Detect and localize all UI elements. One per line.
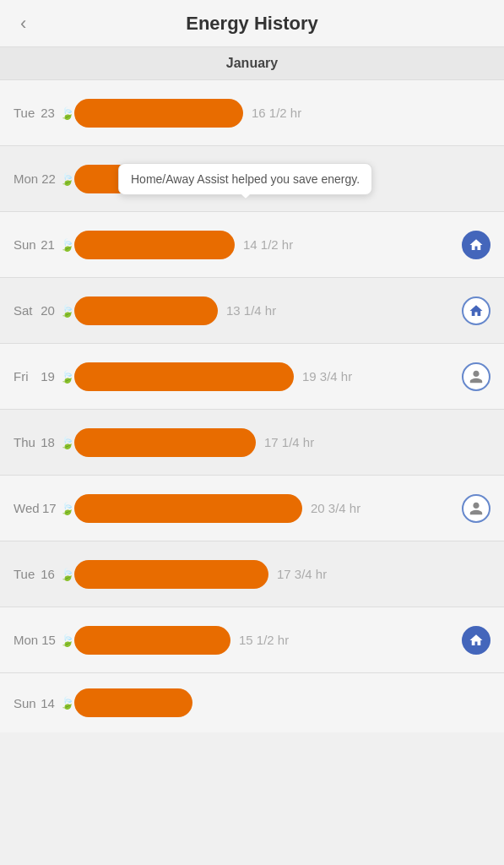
bar-area: 17 3/4 hr — [74, 560, 490, 589]
day-number: 19 — [41, 369, 57, 384]
partial-row: Sun 14 🍃 — [0, 673, 504, 732]
home-icon-badge[interactable] — [462, 626, 490, 655]
day-label: Thu18🍃 — [14, 435, 74, 449]
day-number: 16 — [41, 567, 57, 581]
day-label: Tue23🍃 — [14, 106, 74, 120]
day-label: Wed17🍃 — [14, 501, 74, 515]
energy-bar — [74, 296, 218, 325]
energy-bar — [74, 231, 235, 259]
partial-day-num: 14 — [41, 696, 57, 710]
partial-leaf-icon: 🍃 — [60, 696, 74, 710]
leaf-icon: 🍃 — [60, 568, 74, 581]
energy-bar — [74, 560, 268, 589]
day-label: Fri19🍃 — [14, 369, 74, 384]
day-number: 23 — [41, 106, 57, 120]
home-icon-badge[interactable] — [462, 231, 490, 259]
day-name: Wed — [14, 501, 39, 515]
day-label: Tue16🍃 — [14, 567, 74, 581]
day-number: 15 — [41, 633, 57, 647]
day-row[interactable]: Tue16🍃17 3/4 hr — [0, 541, 504, 607]
partial-day-name: Sun — [14, 696, 37, 710]
duration-label: 19 3/4 hr — [302, 369, 352, 384]
duration-label: 20 3/4 hr — [311, 501, 360, 515]
day-number: 20 — [41, 303, 57, 318]
day-name: Sun — [14, 237, 37, 252]
leaf-icon: 🍃 — [60, 436, 74, 449]
day-name: Tue — [14, 106, 37, 120]
leaf-icon: 🍃 — [60, 106, 74, 120]
energy-rows: Tue23🍃16 1/2 hrMon22🍃18 1/2 hrHome/Away … — [0, 80, 504, 673]
day-number: 17 — [42, 501, 57, 515]
energy-bar — [74, 428, 256, 457]
bar-area: 13 1/4 hr — [74, 296, 490, 325]
bar-area: 19 3/4 hr — [74, 362, 490, 391]
day-label: Sat20🍃 — [14, 303, 74, 318]
month-label: January — [226, 56, 278, 70]
leaf-icon: 🍃 — [60, 502, 74, 515]
duration-label: 17 3/4 hr — [277, 567, 327, 581]
month-header: January — [0, 47, 504, 80]
day-row[interactable]: Thu18🍃17 1/4 hr — [0, 410, 504, 476]
day-row[interactable]: Sat20🍃13 1/4 hr — [0, 278, 504, 344]
leaf-icon: 🍃 — [60, 172, 74, 186]
day-label: Sun21🍃 — [14, 237, 74, 252]
bar-area: 20 3/4 hr — [74, 494, 490, 523]
home-icon-badge[interactable] — [462, 296, 490, 325]
day-row[interactable]: Mon22🍃18 1/2 hrHome/Away Assist helped y… — [0, 146, 504, 212]
day-label: Mon22🍃 — [14, 171, 74, 186]
day-row[interactable]: Tue23🍃16 1/2 hr — [0, 80, 504, 146]
day-row[interactable]: Wed17🍃20 3/4 hr — [0, 476, 504, 541]
energy-bar — [74, 362, 294, 391]
bar-area: 15 1/2 hr — [74, 626, 490, 655]
day-name: Mon — [14, 171, 38, 186]
duration-label: 15 1/2 hr — [239, 633, 289, 647]
duration-label: 14 1/2 hr — [243, 237, 293, 252]
duration-label: 13 1/4 hr — [226, 303, 276, 318]
tooltip-text: Home/Away Assist helped you save energy. — [118, 163, 372, 195]
day-number: 21 — [41, 237, 57, 252]
page-title: Energy History — [186, 13, 318, 35]
energy-bar — [74, 99, 243, 128]
bar-area: 16 1/2 hr — [74, 99, 490, 128]
tooltip: Home/Away Assist helped you save energy. — [118, 163, 372, 195]
day-number: 18 — [41, 435, 57, 449]
day-label: Mon15🍃 — [14, 633, 74, 647]
person-icon-badge[interactable] — [462, 494, 490, 523]
duration-label: 16 1/2 hr — [252, 106, 301, 120]
day-row[interactable]: Mon15🍃15 1/2 hr — [0, 607, 504, 673]
person-icon-badge[interactable] — [462, 362, 490, 391]
day-row[interactable]: Fri19🍃19 3/4 hr — [0, 344, 504, 410]
back-button[interactable]: ‹ — [14, 9, 33, 38]
day-row[interactable]: Sun21🍃14 1/2 hr — [0, 212, 504, 278]
day-number: 22 — [41, 171, 57, 186]
leaf-icon: 🍃 — [60, 304, 74, 318]
bar-area: 14 1/2 hr — [74, 231, 490, 259]
leaf-icon: 🍃 — [60, 238, 74, 252]
leaf-icon: 🍃 — [60, 634, 74, 647]
header: ‹ Energy History — [0, 0, 504, 47]
energy-bar — [74, 626, 230, 655]
duration-label: 17 1/4 hr — [264, 435, 314, 449]
energy-bar — [74, 494, 302, 523]
day-name: Tue — [14, 567, 37, 581]
bar-area: 17 1/4 hr — [74, 428, 490, 457]
day-name: Sat — [14, 303, 37, 318]
partial-bar — [74, 688, 192, 717]
day-name: Mon — [14, 633, 38, 647]
leaf-icon: 🍃 — [60, 370, 74, 384]
day-name: Thu — [14, 435, 37, 449]
day-name: Fri — [14, 369, 37, 384]
